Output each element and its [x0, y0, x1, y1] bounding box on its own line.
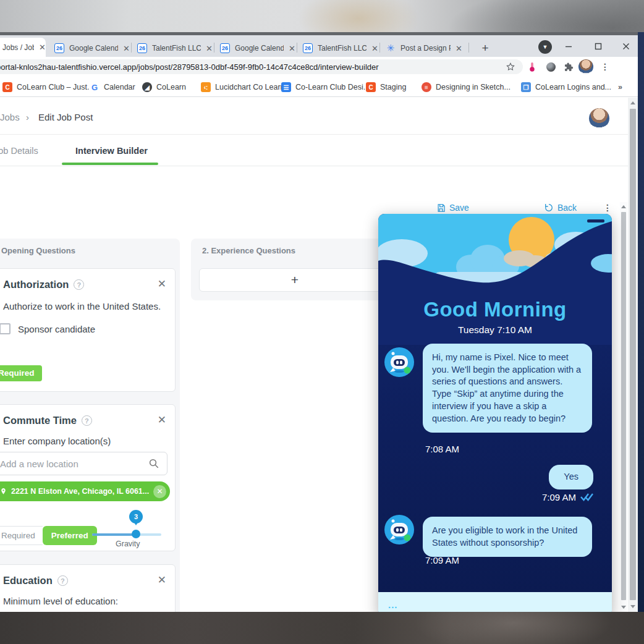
tab-google-calendar-2[interactable]: 26 Google Calenda ✕ — [215, 40, 295, 57]
browser-menu-icon[interactable]: ⋮ — [598, 60, 612, 74]
close-tab-icon[interactable]: ✕ — [39, 43, 46, 51]
location-chip[interactable]: 2221 N Elston Ave, Chicago, IL 6061... ✕ — [0, 481, 170, 501]
close-tab-icon[interactable]: ✕ — [123, 44, 130, 53]
bookmarks-bar: C CoLearn Club – Just... G Calendar ◢ Co… — [0, 77, 638, 97]
bot-message: Hi, my name is Pixel. Nice to meet you. … — [423, 344, 592, 433]
content-scrollbar[interactable] — [620, 202, 627, 612]
bookmark-star-icon[interactable] — [506, 62, 515, 74]
browser-profile-avatar[interactable] — [578, 59, 593, 74]
scroll-down-arrow[interactable] — [621, 606, 626, 609]
chat-greeting: Good Morning — [378, 298, 612, 321]
desktop-background-top — [0, 0, 644, 32]
bookmark-colearn[interactable]: ◢ CoLearn — [142, 81, 186, 93]
thermometer-extension-icon[interactable] — [525, 60, 539, 74]
card-title: Authorization — [3, 279, 69, 290]
save-icon — [436, 203, 446, 213]
header-kebab-icon[interactable]: ⋮ — [603, 203, 612, 213]
bookmarks-overflow-chevron[interactable]: » — [618, 81, 622, 93]
browser-scrollbar[interactable] — [628, 98, 638, 612]
bookmark-colearn-club[interactable]: C CoLearn Club – Just... — [2, 81, 93, 93]
close-icon[interactable]: ✕ — [158, 415, 166, 425]
address-bar[interactable]: portal-knlos2hau-talentfishio.vercel.app… — [0, 59, 523, 74]
extensions-puzzle-icon[interactable] — [561, 60, 575, 74]
tab-label: TalentFish LLC - — [318, 44, 366, 53]
close-tab-icon[interactable]: ✕ — [206, 44, 213, 53]
scroll-up-arrow[interactable] — [621, 205, 626, 208]
bookmark-designing-sketch[interactable]: ≡ Designing in Sketch... — [422, 81, 511, 93]
lucidchart-favicon: ‹: — [201, 82, 211, 92]
commute-time-card: Commute Time ? ✕ Enter company location(… — [0, 404, 176, 551]
window-minimize-button[interactable] — [559, 39, 578, 54]
required-preferred-toggle[interactable]: Required Preferred — [0, 526, 97, 545]
chat-input-bar[interactable]: ... — [378, 592, 612, 612]
globe-favicon: ◢ — [142, 82, 152, 92]
builder-nav-tabs: Job Details Interview Builder — [0, 135, 628, 166]
chip-remove-icon[interactable]: ✕ — [153, 485, 166, 498]
slider-thumb[interactable] — [132, 530, 140, 538]
tab-separator — [131, 43, 132, 53]
sponsor-checkbox[interactable] — [0, 323, 11, 334]
toggle-required[interactable]: Required — [0, 526, 43, 545]
location-search-field[interactable] — [0, 452, 167, 475]
help-icon[interactable]: ? — [74, 279, 84, 290]
tab-talentfish-1[interactable]: 26 TalentFish LLC - ✕ — [132, 40, 213, 57]
bookmark-label: CoLearn Logins and... — [535, 83, 611, 91]
bookmark-label: Designing in Sketch... — [436, 83, 511, 91]
window-close-button[interactable] — [617, 39, 635, 54]
gravity-slider[interactable]: 3 Gravity — [92, 510, 166, 547]
scrollbar-thumb[interactable] — [621, 212, 626, 600]
slider-label: Gravity — [116, 540, 140, 548]
education-card: Education ? ✕ Minimum level of education… — [0, 564, 176, 612]
window-maximize-button[interactable] — [589, 39, 608, 54]
page-content: Jobs › Edit Job Post Job Details Intervi… — [0, 98, 628, 612]
scrollbar-thumb[interactable] — [630, 109, 636, 600]
message-time: 7:09 AM — [542, 492, 576, 502]
close-tab-icon[interactable]: ✕ — [371, 44, 378, 53]
bot-message: Are you eligible to work in the United S… — [423, 517, 592, 557]
section-title: Opening Questions — [1, 246, 75, 255]
scroll-up-arrow[interactable] — [630, 101, 635, 104]
tab-jobs[interactable]: Jobs / Job ✕ — [0, 38, 46, 57]
tab-google-calendar-1[interactable]: 26 Google Calenda ✕ — [49, 40, 130, 57]
toggle-preferred[interactable]: Preferred — [43, 526, 97, 545]
tab-search-button[interactable]: ▼ — [538, 40, 552, 54]
back-button[interactable]: Back — [544, 203, 577, 213]
close-icon[interactable]: ✕ — [158, 575, 166, 585]
card-title-row: Authorization ? — [3, 279, 84, 290]
save-button[interactable]: Save — [436, 203, 469, 213]
help-icon[interactable]: ? — [82, 415, 92, 426]
breadcrumb-page: Edit Job Post — [38, 112, 93, 122]
scroll-down-arrow[interactable] — [630, 605, 635, 608]
bookmark-label: Co-Learn Club Desi... — [295, 83, 370, 91]
close-tab-icon[interactable]: ✕ — [289, 44, 295, 53]
google-favicon: G — [90, 82, 100, 92]
tab-interview-builder[interactable]: Interview Builder — [75, 146, 148, 156]
bookmark-lucidchart[interactable]: ‹: Lucidchart Co Learn... — [201, 81, 291, 93]
help-icon[interactable]: ? — [57, 575, 68, 586]
chat-minimize-button[interactable] — [587, 219, 604, 222]
bookmark-calendar[interactable]: G Calendar — [90, 81, 135, 93]
tab-job-details[interactable]: Job Details — [0, 146, 38, 156]
close-tab-icon[interactable]: ✕ — [455, 44, 462, 53]
location-search-input[interactable] — [0, 458, 129, 470]
tab-separator — [379, 43, 380, 53]
close-icon[interactable]: ✕ — [158, 279, 166, 289]
profile-avatar[interactable] — [589, 108, 609, 129]
calendar-favicon: 26 — [54, 43, 64, 53]
tab-label: Jobs / Job — [2, 43, 34, 52]
breadcrumb-section[interactable]: Jobs — [0, 112, 20, 122]
colearn-favicon: C — [366, 82, 376, 92]
tab-talentfish-2[interactable]: 26 TalentFish LLC - ✕ — [298, 40, 378, 57]
bookmark-colearn-club-design[interactable]: ☰ Co-Learn Club Desi... — [281, 81, 370, 93]
tab-separator — [297, 43, 297, 53]
bookmark-staging[interactable]: C Staging — [366, 81, 406, 93]
new-tab-button[interactable]: + — [477, 40, 493, 56]
bookmark-colearn-logins[interactable]: ❐ CoLearn Logins and... — [521, 81, 611, 93]
sphere-extension-icon[interactable] — [544, 60, 557, 74]
tab-post-design[interactable]: ✳ Post a Design Pr ✕ — [381, 40, 462, 57]
card-description: Authorize to work in the United States. — [3, 301, 161, 311]
add-question-button[interactable]: + — [199, 268, 391, 292]
bookmark-label: CoLearn Club – Just... — [17, 83, 93, 91]
card-title: Commute Time — [3, 415, 77, 426]
page-favicon: ❐ — [521, 82, 531, 92]
